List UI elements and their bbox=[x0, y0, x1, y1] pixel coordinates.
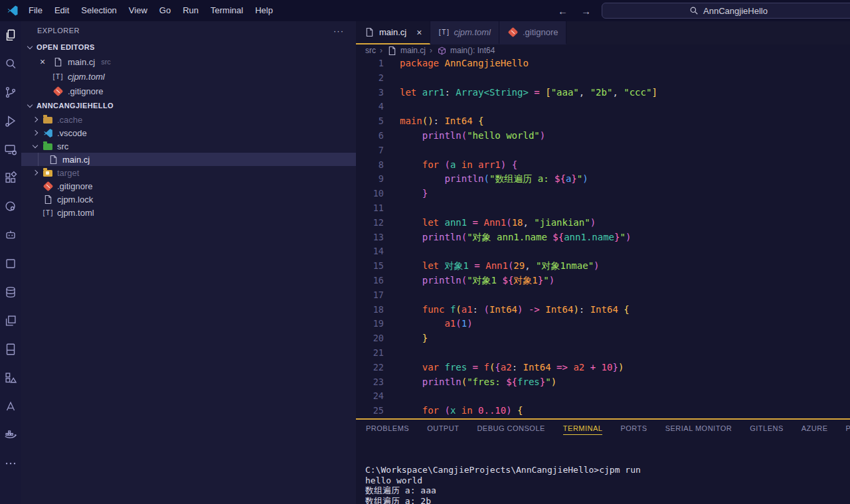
open-editor-row[interactable]: [T]cjpm.toml bbox=[21, 69, 356, 84]
workspace-section-header[interactable]: ANNCANGJIEHELLO bbox=[21, 98, 356, 113]
panel-tab-debug-console[interactable]: DEBUG CONSOLE bbox=[477, 424, 545, 435]
code-line[interactable]: 19 a1(1) bbox=[356, 317, 850, 331]
folder-target-icon bbox=[42, 167, 53, 178]
code-line[interactable]: 15 let 对象1 = Ann1(29, "对象1nmae") bbox=[356, 259, 850, 274]
menu-edit[interactable]: Edit bbox=[48, 0, 75, 21]
panel-tab-azure[interactable]: AZURE bbox=[802, 424, 828, 435]
menu-go[interactable]: Go bbox=[153, 0, 177, 21]
menu-file[interactable]: File bbox=[23, 0, 48, 21]
code-line[interactable]: 22 var fres = f({a2: Int64 => a2 + 10}) bbox=[356, 361, 850, 375]
remote-explorer-icon[interactable] bbox=[3, 142, 18, 157]
search-icon[interactable] bbox=[3, 56, 18, 71]
tab-.gitignore[interactable]: .gitignore bbox=[499, 21, 566, 44]
editor-group: main.cj×[T]cjpm.toml.gitignore src›main.… bbox=[356, 21, 850, 504]
code-line[interactable]: 8 for (a in arr1) { bbox=[356, 158, 850, 173]
tree-item-.cache[interactable]: .cache bbox=[21, 113, 356, 126]
tree-item-main.cj[interactable]: main.cj bbox=[21, 153, 356, 166]
tab-main.cj[interactable]: main.cj× bbox=[356, 21, 430, 44]
code-line[interactable]: 6 println("hello world") bbox=[356, 129, 850, 143]
code-text: let 对象1 = Ann1(29, "对象1nmae") bbox=[400, 259, 600, 274]
git-icon bbox=[52, 86, 63, 96]
chevron-down-icon bbox=[33, 142, 38, 147]
menu-view[interactable]: View bbox=[123, 0, 153, 21]
code-line[interactable]: 14 bbox=[356, 244, 850, 259]
tree-item-cjpm.lock[interactable]: cjpm.lock bbox=[21, 193, 356, 206]
code-line[interactable]: 11 bbox=[356, 201, 850, 216]
code-line[interactable]: 17 bbox=[356, 288, 850, 303]
breadcrumb[interactable]: src›main.cj›main(): Int64 bbox=[356, 44, 850, 56]
code-line[interactable]: 23 println("fres: ${fres}") bbox=[356, 375, 850, 390]
line-number: 8 bbox=[356, 158, 384, 173]
close-icon[interactable]: × bbox=[416, 27, 422, 38]
code-text: } bbox=[400, 187, 428, 201]
code-line[interactable]: 9 println("数组遍历 a: ${a}") bbox=[356, 172, 850, 187]
code-line[interactable]: 4 bbox=[356, 100, 850, 114]
window-layers-icon[interactable] bbox=[3, 313, 18, 328]
notebook-icon[interactable] bbox=[3, 342, 18, 357]
code-line[interactable]: 20 } bbox=[356, 331, 850, 346]
open-editor-row[interactable]: ×main.cjsrc bbox=[21, 54, 356, 69]
breadcrumb-label: main.cj bbox=[400, 46, 426, 55]
tree-item-cjpm.toml[interactable]: [T]cjpm.toml bbox=[21, 206, 356, 219]
breadcrumb-item[interactable]: src bbox=[365, 46, 376, 55]
chevron-right-icon bbox=[33, 130, 38, 135]
panel-tab-problems[interactable]: PROBLEMS bbox=[366, 424, 409, 435]
code-editor[interactable]: 1package AnnCangjieHello23let arr1: Arra… bbox=[356, 56, 850, 418]
square-tool-icon[interactable] bbox=[3, 256, 18, 271]
menu-run[interactable]: Run bbox=[177, 0, 205, 21]
line-number: 11 bbox=[356, 201, 384, 216]
source-control-icon[interactable] bbox=[3, 85, 18, 100]
blocks-icon[interactable] bbox=[3, 371, 18, 385]
workspace-title: ANNCANGJIEHELLO bbox=[37, 102, 114, 110]
code-line[interactable]: 12 let ann1 = Ann1(18, "jiankian") bbox=[356, 216, 850, 230]
code-line[interactable]: 13 println("对象 ann1.name ${ann1.name}") bbox=[356, 230, 850, 245]
extensions-icon[interactable] bbox=[3, 171, 18, 185]
tree-item-src[interactable]: src bbox=[21, 139, 356, 153]
vscode-folder-icon bbox=[42, 127, 53, 138]
code-line[interactable]: 5main(): Int64 { bbox=[356, 114, 850, 129]
run-debug-icon[interactable] bbox=[3, 114, 18, 128]
lens-icon[interactable] bbox=[3, 199, 18, 214]
panel-tab-output[interactable]: OUTPUT bbox=[427, 424, 459, 435]
panel-tab-ports[interactable]: PORTS bbox=[620, 424, 647, 435]
docker-icon[interactable] bbox=[3, 428, 18, 442]
azure-icon[interactable] bbox=[3, 399, 18, 414]
code-line[interactable]: 3let arr1: Array<String> = ["aaa", "2b",… bbox=[356, 86, 850, 100]
database-icon[interactable] bbox=[3, 285, 18, 299]
terminal-output[interactable]: C:\Workspace\CangjieProjects\AnnCangjieH… bbox=[356, 465, 850, 504]
back-arrow-icon[interactable]: ← bbox=[558, 5, 568, 17]
more-icon[interactable] bbox=[3, 456, 18, 471]
panel-tab-terminal[interactable]: TERMINAL bbox=[563, 424, 603, 435]
breadcrumb-item[interactable]: main.cj bbox=[386, 45, 426, 56]
panel-tab-serial-monitor[interactable]: SERIAL MONITOR bbox=[665, 424, 732, 435]
forward-arrow-icon[interactable]: → bbox=[581, 5, 591, 17]
code-line[interactable]: 21 bbox=[356, 346, 850, 361]
breadcrumb-item[interactable]: main(): Int64 bbox=[436, 45, 495, 56]
code-line[interactable]: 18 func f(a1: (Int64) -> Int64): Int64 { bbox=[356, 303, 850, 317]
code-line[interactable]: 7 bbox=[356, 143, 850, 158]
open-editor-row[interactable]: .gitignore bbox=[21, 84, 356, 98]
explorer-more-actions[interactable]: ··· bbox=[333, 26, 344, 36]
menu-terminal[interactable]: Terminal bbox=[205, 0, 249, 21]
command-search-input[interactable]: AnnCangjieHello bbox=[602, 3, 850, 19]
menu-help[interactable]: Help bbox=[249, 0, 279, 21]
close-icon[interactable]: × bbox=[37, 56, 48, 67]
tree-item-.vscode[interactable]: .vscode bbox=[21, 126, 356, 139]
code-line[interactable]: 2 bbox=[356, 71, 850, 86]
code-line[interactable]: 25 for (x in 0..10) { bbox=[356, 404, 850, 418]
code-line[interactable]: 10 } bbox=[356, 187, 850, 201]
explorer-icon[interactable] bbox=[3, 28, 18, 42]
line-number: 6 bbox=[356, 129, 384, 143]
tree-item-target[interactable]: target bbox=[21, 166, 356, 179]
tree-item-.gitignore[interactable]: .gitignore bbox=[21, 179, 356, 193]
code-line[interactable]: 16 println("对象1 ${对象1}") bbox=[356, 274, 850, 288]
code-text: println("fres: ${fres}") bbox=[400, 375, 556, 390]
robot-icon[interactable] bbox=[3, 228, 18, 242]
panel-tab-gitlens[interactable]: GITLENS bbox=[750, 424, 784, 435]
menu-selection[interactable]: Selection bbox=[75, 0, 122, 21]
code-line[interactable]: 1package AnnCangjieHello bbox=[356, 56, 850, 71]
open-editors-section-header[interactable]: OPEN EDITORS bbox=[21, 40, 356, 54]
panel-tab-postman-console[interactable]: POSTMAN CONSOLE bbox=[846, 424, 850, 435]
tab-cjpm.toml[interactable]: [T]cjpm.toml bbox=[430, 21, 499, 44]
code-line[interactable]: 24 bbox=[356, 389, 850, 404]
